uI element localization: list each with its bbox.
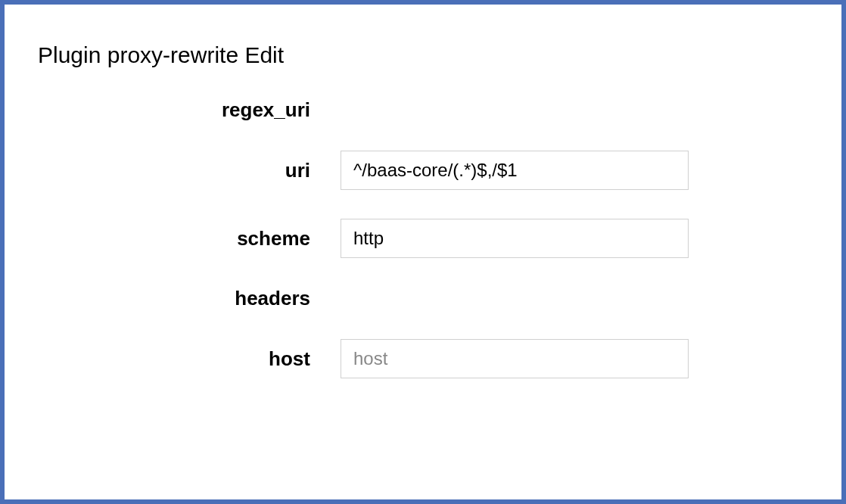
row-scheme: scheme [38, 219, 808, 258]
host-input[interactable] [341, 339, 689, 378]
scheme-input[interactable] [341, 219, 689, 258]
label-headers: headers [235, 287, 310, 310]
uri-input[interactable] [341, 151, 689, 190]
row-headers: headers [38, 287, 808, 310]
config-form: regex_uri uri scheme headers [38, 98, 808, 378]
row-regex-uri: regex_uri [38, 98, 808, 122]
row-host: host [38, 339, 808, 378]
plugin-edit-panel: Plugin proxy-rewrite Edit regex_uri uri … [0, 0, 846, 504]
page-title: Plugin proxy-rewrite Edit [38, 42, 808, 68]
label-regex-uri: regex_uri [222, 98, 310, 121]
label-host: host [269, 347, 310, 370]
label-uri: uri [285, 159, 310, 182]
row-uri: uri [38, 151, 808, 190]
label-scheme: scheme [237, 227, 310, 250]
